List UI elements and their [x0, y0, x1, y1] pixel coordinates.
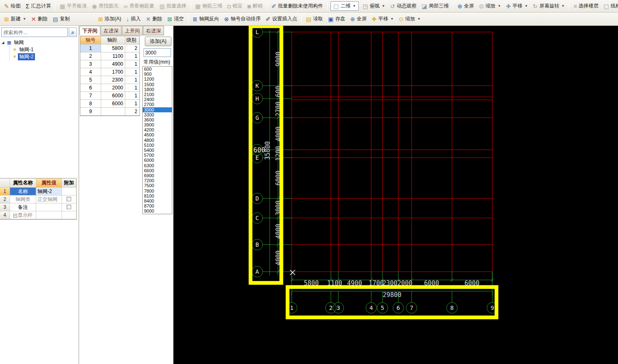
cell-spacing[interactable]: 1100 — [101, 52, 125, 60]
pan-button[interactable]: ✚平移▼ — [504, 1, 531, 11]
list-item[interactable]: 8400 — [143, 198, 172, 203]
prop-value[interactable] — [36, 203, 62, 211]
cell-axis-no[interactable]: 9 — [80, 108, 101, 115]
table-row[interactable]: 349001 — [80, 60, 139, 68]
cell-spacing[interactable]: 5800 — [101, 45, 125, 52]
cell-axis-no[interactable]: 2 — [80, 52, 101, 60]
tree-item-轴网-1[interactable]: ✳轴网-1 — [10, 46, 76, 53]
table-row[interactable]: 860001 — [80, 100, 139, 108]
list-item[interactable]: 7800 — [143, 188, 172, 193]
prop-value[interactable] — [36, 211, 62, 219]
list-item[interactable]: 1500 — [143, 82, 172, 87]
table-row[interactable]: 92 — [80, 108, 139, 116]
expand-icon[interactable]: + — [13, 214, 17, 218]
cell-level[interactable]: 2 — [125, 108, 139, 115]
select-floor-button[interactable]: ≡选择楼层 — [571, 1, 601, 11]
list-item[interactable]: 2700 — [143, 102, 172, 107]
table-row[interactable]: 211001 — [80, 52, 139, 60]
checkbox[interactable] — [67, 197, 71, 201]
list-item[interactable]: 2400 — [143, 97, 172, 102]
cell-level[interactable]: 1 — [125, 60, 139, 68]
cell-axis-no[interactable]: 8 — [80, 100, 101, 107]
local-3d-button[interactable]: ◪局部三维 — [419, 1, 451, 11]
list-item[interactable]: 9000 — [143, 208, 172, 213]
cell-spacing[interactable]: 6000 — [101, 92, 125, 99]
property-row-名称[interactable]: 1名称轴网-2 — [0, 188, 76, 196]
list-item[interactable]: 5100 — [143, 143, 172, 148]
cell-level[interactable]: 1 — [125, 68, 139, 76]
list-item[interactable]: 4500 — [143, 132, 172, 137]
cell-level[interactable]: 1 — [125, 100, 139, 107]
tab-左进深[interactable]: 左进深 — [101, 26, 122, 35]
full-screen-2-button[interactable]: ⊕全屏 — [348, 14, 370, 24]
list-item[interactable]: 2100 — [143, 92, 172, 97]
search-input[interactable] — [1, 27, 68, 37]
delete-button[interactable]: ✕删除 — [29, 14, 50, 24]
cell-level[interactable]: 1 — [125, 52, 139, 60]
copy-button[interactable]: ▤复制 — [50, 14, 72, 24]
cell-axis-no[interactable]: 5 — [80, 76, 101, 84]
list-item[interactable]: 1800 — [143, 87, 172, 92]
list-item[interactable]: 3900 — [143, 122, 172, 127]
list-item[interactable]: 6300 — [143, 163, 172, 168]
cell-level[interactable]: 2 — [125, 45, 139, 52]
tab-右进深[interactable]: 右进深 — [143, 26, 164, 35]
cell-axis-no[interactable]: 7 — [80, 92, 101, 99]
tab-上开间[interactable]: 上开间 — [122, 26, 143, 35]
insert-button[interactable]: ↓插入 — [124, 14, 143, 24]
cell-axis-no[interactable]: 1 — [80, 45, 101, 52]
list-item[interactable]: 7500 — [143, 183, 172, 188]
property-row-显示样[interactable]: 4+显示样 — [0, 211, 76, 219]
list-item[interactable]: 5400 — [143, 148, 172, 153]
list-item[interactable]: 8100 — [143, 193, 172, 198]
list-item[interactable]: 6000 — [143, 158, 172, 163]
table-row[interactable]: 158002 — [80, 45, 139, 52]
cell-spacing[interactable]: 1700 — [101, 68, 125, 76]
batch-delete-unused-button[interactable]: ✐批量删除未使用构件 — [269, 1, 325, 11]
list-item[interactable]: 3300 — [143, 112, 172, 117]
cell-axis-no[interactable]: 3 — [80, 60, 101, 68]
checkbox[interactable] — [67, 205, 71, 209]
property-row-备注[interactable]: 3备注 — [0, 203, 76, 211]
drawing-canvas[interactable]: 9000600270040001200600030004000400035800… — [174, 26, 618, 364]
table-row[interactable]: 620001 — [80, 84, 139, 92]
read-button[interactable]: ▤读取 — [303, 14, 325, 24]
list-item[interactable]: 6900 — [143, 173, 172, 178]
cell-level[interactable]: 1 — [125, 92, 139, 99]
cell-spacing[interactable]: 6000 — [101, 100, 125, 107]
cell-axis-no[interactable]: 4 — [80, 68, 101, 76]
spacing-input[interactable] — [144, 48, 171, 57]
save-button[interactable]: ▣存盘 — [325, 14, 347, 24]
grid-reverse-button[interactable]: ≣轴网反向 — [190, 14, 222, 24]
cell-axis-no[interactable]: 6 — [80, 84, 101, 92]
list-item[interactable]: 7200 — [143, 178, 172, 183]
list-item[interactable]: 3000 — [143, 107, 172, 112]
add-button[interactable]: 添加(A) — [145, 37, 171, 46]
clear-button[interactable]: ⊠清空 — [165, 14, 186, 24]
tree-root-grid[interactable]: ◢▦轴网 — [0, 39, 76, 46]
auto-sort-axis-button[interactable]: ⊗轴号自动排序 — [222, 14, 263, 24]
zoom-2-button[interactable]: ⊙缩放▼ — [396, 14, 423, 24]
pan-2-button[interactable]: ✚平移▼ — [369, 14, 396, 24]
tree-expander-icon[interactable]: ◢ — [0, 39, 6, 46]
dynamic-observe-button[interactable]: ↺动态观察 — [387, 1, 419, 11]
property-row-轴网类[interactable]: 2轴网类正交轴网 — [0, 196, 76, 203]
zoom-button[interactable]: ⊙缩放▼ — [477, 1, 504, 11]
search-icon[interactable]: ⌕ — [69, 27, 77, 37]
full-screen-button[interactable]: ⊕全屏 — [455, 1, 477, 11]
list-item[interactable]: 4200 — [143, 127, 172, 132]
cell-level[interactable]: 1 — [125, 76, 139, 84]
top-view-button[interactable]: ◳俯视▼ — [360, 1, 387, 11]
tree-item-轴网-2[interactable]: ✳轴网-2 — [10, 53, 76, 60]
list-item[interactable]: 1200 — [143, 77, 172, 82]
new-button[interactable]: ⊞新建▼ — [2, 14, 29, 24]
table-row[interactable]: 523001 — [80, 76, 139, 84]
tab-下开间[interactable]: 下开间 — [79, 26, 100, 35]
list-item[interactable]: 4800 — [143, 138, 172, 143]
prop-value[interactable]: 正交轴网 — [36, 196, 62, 203]
list-item[interactable]: 8700 — [143, 203, 172, 208]
list-item[interactable]: 600 — [143, 67, 172, 72]
screen-rotate-button[interactable]: ↻屏幕旋转▼ — [530, 1, 567, 11]
cell-spacing[interactable]: 2000 — [101, 84, 125, 92]
table-row[interactable]: 417001 — [80, 68, 139, 76]
